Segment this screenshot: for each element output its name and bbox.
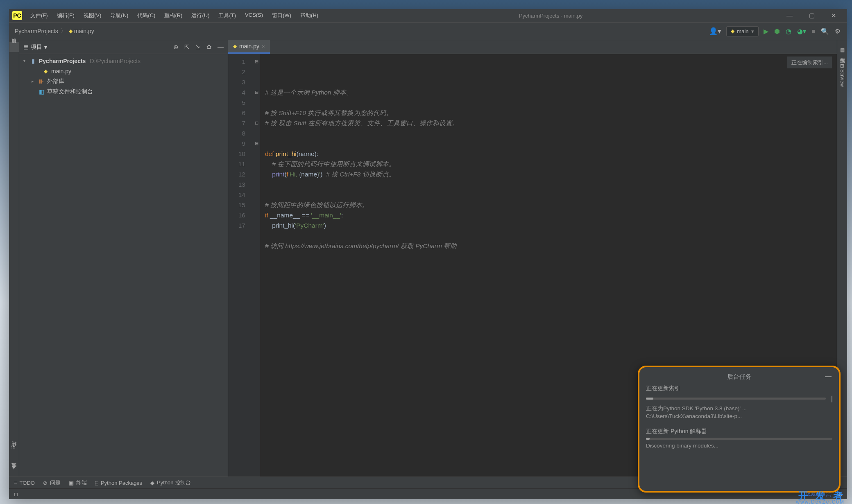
code-line[interactable]	[265, 138, 837, 149]
tree-scratches[interactable]: ◧ 草稿文件和控制台	[19, 86, 228, 97]
bg-task-indexing-detail-1: 正在为Python SDK 'Python 3.8 (base)' ...	[646, 405, 832, 413]
collapse-all-icon[interactable]: ⇲	[195, 43, 201, 51]
tool-terminal[interactable]: ▣ 终端	[69, 479, 87, 486]
tree-root[interactable]: ▾ ▮ PycharmProjects D:\PycharmProjects	[19, 56, 228, 66]
folder-icon: ▮	[30, 58, 36, 64]
tool-problems[interactable]: ⊘ 问题	[43, 479, 61, 486]
project-panel-title[interactable]: ▤ 项目 ▾	[23, 43, 47, 51]
run-button[interactable]: ▶	[763, 27, 769, 36]
tree-file-main[interactable]: ◆ main.py	[19, 66, 228, 76]
tab-structure[interactable]: 结构 ⠿	[9, 441, 19, 455]
editor-tab-main[interactable]: ◆ main.py ×	[228, 40, 270, 54]
expand-all-icon[interactable]: ⇱	[184, 43, 190, 51]
code-line[interactable]: if __name__ == '__main__':	[265, 210, 837, 220]
tree-external-label: 外部库	[47, 78, 64, 85]
code-line[interactable]	[265, 251, 837, 261]
editor-tab-label: main.py	[239, 43, 259, 50]
code-line[interactable]: # 在下面的代码行中使用断点来调试脚本。	[265, 159, 837, 169]
main-menu: 文件(F)编辑(E)视图(V)导航(N)代码(C)重构(R)运行(U)工具(T)…	[26, 10, 322, 21]
toolbar-actions: 👤▾ ◆ main ▾ ▶ ⬢ ◔ ◕▾ ■ 🔍 ⚙	[708, 26, 841, 36]
project-panel: ▤ 项目 ▾ ⊕ ⇱ ⇲ ✿ — ▾ ▮ PycharmProjects D:\…	[19, 40, 228, 477]
maximize-button[interactable]: ▢	[806, 12, 818, 19]
python-icon: ◆	[731, 28, 734, 34]
code-line[interactable]: # 按 双击 Shift 在所有地方搜索类、文件、工具窗口、操作和设置。	[265, 118, 837, 128]
tab-sciview-label: SciView	[839, 70, 845, 87]
menu-item[interactable]: 运行(U)	[187, 10, 213, 21]
code-line[interactable]	[265, 190, 837, 200]
tool-python-console[interactable]: ◆ Python 控制台	[150, 479, 191, 486]
code-line[interactable]: # 访问 https://www.jetbrains.com/help/pych…	[265, 241, 837, 251]
menu-item[interactable]: VCS(S)	[241, 10, 267, 21]
code-line[interactable]: # 这是一个示例 Python 脚本。	[265, 87, 837, 97]
code-line[interactable]: print_hi('PyCharm')	[265, 220, 837, 231]
code-line[interactable]: def print_hi(name):	[265, 149, 837, 159]
coverage-button[interactable]: ◔	[785, 27, 792, 36]
code-line[interactable]	[265, 231, 837, 241]
python-icon: ◆	[233, 43, 237, 49]
tree-external-libs[interactable]: ▸ ⊪ 外部库	[19, 76, 228, 86]
scratches-icon: ◧	[38, 88, 45, 95]
tool-todo[interactable]: ≡ TODO	[14, 480, 35, 486]
window-controls: — ▢ ✕	[779, 12, 844, 19]
python-icon: ◆	[42, 68, 49, 74]
menu-item[interactable]: 代码(C)	[133, 10, 159, 21]
menu-item[interactable]: 编辑(E)	[53, 10, 79, 21]
code-line[interactable]	[265, 128, 837, 138]
tool-python-packages[interactable]: ⌸ Python Packages	[95, 480, 142, 486]
python-icon: ◆	[69, 28, 73, 34]
close-button[interactable]: ✕	[828, 12, 840, 19]
breadcrumb-file[interactable]: ◆ main.py	[69, 28, 94, 34]
tree-root-label: PycharmProjects	[39, 58, 86, 64]
menu-item[interactable]: 工具(T)	[214, 10, 240, 21]
profile-button[interactable]: ◕▾	[796, 27, 807, 36]
bg-tasks-minimize[interactable]: —	[825, 373, 832, 380]
title-bar: PC 文件(F)编辑(E)视图(V)导航(N)代码(C)重构(R)运行(U)工具…	[9, 9, 847, 23]
tree-scratches-label: 草稿文件和控制台	[47, 88, 93, 95]
breadcrumb-project-label: PycharmProjects	[15, 28, 58, 34]
tab-sciview[interactable]: ⊞ SciView	[838, 59, 846, 92]
background-tasks-popup: 后台任务 — 正在更新索引 ∥ 正在为Python SDK 'Python 3.…	[638, 366, 841, 493]
pause-icon[interactable]: ∥	[830, 395, 832, 402]
tab-database[interactable]: ▤ 数据库	[838, 42, 847, 59]
expand-icon: ▾	[23, 59, 27, 63]
minimize-button[interactable]: —	[783, 12, 796, 19]
debug-button[interactable]: ⬢	[773, 27, 781, 36]
tab-project[interactable]: 项目	[9, 42, 19, 52]
fold-gutter: ⊟⊟⊟⊟	[253, 54, 260, 477]
editor-tabs: ◆ main.py ×	[228, 40, 837, 54]
watermark-sub: www.DevZe.CoM	[796, 499, 845, 504]
hide-panel-icon[interactable]: —	[218, 43, 224, 51]
line-number-gutter: 1234567891011121314151617	[228, 54, 253, 477]
menu-item[interactable]: 重构(R)	[160, 10, 186, 21]
search-everywhere-button[interactable]: 🔍	[820, 27, 830, 36]
menu-item[interactable]: 视图(V)	[79, 10, 105, 21]
progress-bar	[646, 398, 826, 400]
code-line[interactable]: print(f'Hi, {name}') # 按 Ctrl+F8 切换断点。	[265, 169, 837, 179]
bg-task-interpreter: 正在更新 Python 解释器 Discovering binary modul…	[646, 428, 832, 450]
project-panel-title-label: 项目	[31, 43, 42, 51]
code-line[interactable]	[265, 179, 837, 190]
code-line[interactable]: # 按间距中的绿色按钮以运行脚本。	[265, 200, 837, 210]
settings-button[interactable]: ⚙	[834, 27, 841, 36]
app-icon: PC	[12, 11, 22, 20]
stop-button[interactable]: ■	[811, 27, 816, 35]
code-line[interactable]	[265, 97, 837, 108]
menu-item[interactable]: 导航(N)	[106, 10, 132, 21]
close-tab-icon[interactable]: ×	[262, 43, 265, 50]
menu-item[interactable]: 文件(F)	[26, 10, 52, 21]
code-line[interactable]: # 按 Shift+F10 执行或将其替换为您的代码。	[265, 108, 837, 118]
breadcrumb-separator: 〉	[61, 27, 66, 35]
tab-favorites[interactable]: 收藏夹 ★	[9, 460, 19, 477]
breadcrumb-project[interactable]: PycharmProjects	[15, 28, 58, 34]
chevron-down-icon: ▾	[751, 28, 754, 34]
user-icon[interactable]: 👤▾	[708, 26, 722, 36]
locate-icon[interactable]: ⊕	[173, 43, 179, 51]
menu-item[interactable]: 帮助(H)	[296, 10, 322, 21]
run-config-selector[interactable]: ◆ main ▾	[726, 26, 758, 36]
bg-task-indexing: 正在更新索引 ∥ 正在为Python SDK 'Python 3.8 (base…	[646, 385, 832, 420]
menu-item[interactable]: 窗口(W)	[268, 10, 295, 21]
expand-icon: ▸	[32, 79, 36, 84]
panel-settings-icon[interactable]: ✿	[206, 43, 212, 51]
bg-task-indexing-detail: 正在为Python SDK 'Python 3.8 (base)' ... C:…	[646, 405, 832, 420]
status-quick-access-icon[interactable]: ◻	[14, 491, 18, 497]
